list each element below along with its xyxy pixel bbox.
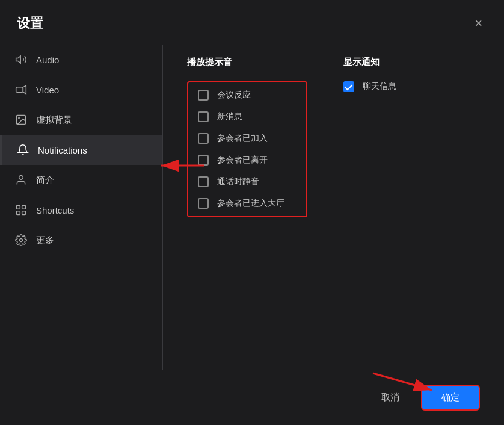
svg-marker-1 <box>23 85 26 93</box>
svg-point-4 <box>19 176 23 180</box>
sidebar-item-virtual-bg[interactable]: 虚拟背景 <box>0 105 162 135</box>
sidebar-label-profile: 简介 <box>36 175 54 186</box>
svg-point-3 <box>19 117 20 119</box>
checkbox-label-participant-joined: 参会者已加入 <box>217 133 268 144</box>
checkbox-meeting-reaction[interactable]: 会议反应 <box>198 90 297 101</box>
profile-icon <box>14 173 28 187</box>
bell-icon <box>16 143 29 157</box>
checkbox-label-meeting-reaction: 会议反应 <box>217 90 251 101</box>
svg-rect-7 <box>17 211 20 215</box>
checkbox-participant-left[interactable]: 参会者已离开 <box>198 155 297 166</box>
checkbox-muted[interactable]: 通话时静音 <box>198 176 297 187</box>
sidebar-item-notifications[interactable]: Notifications <box>0 135 162 165</box>
svg-point-9 <box>20 239 23 242</box>
sidebar-item-more[interactable]: 更多 <box>0 225 162 255</box>
checkbox-box-muted[interactable] <box>198 176 209 187</box>
dialog-header: 设置 × <box>0 0 504 40</box>
sidebar-label-virtual-bg: 虚拟背景 <box>36 114 72 126</box>
sidebar-label-more: 更多 <box>36 235 54 246</box>
sound-section: 播放提示音 会议反应 新消息 参会者已加入 <box>187 57 307 363</box>
checkbox-box-participant-joined[interactable] <box>198 133 209 144</box>
settings-dialog: 设置 × Audio Video 虚拟背景 <box>0 0 504 425</box>
confirm-button[interactable]: 确定 <box>421 385 480 411</box>
footer: 取消 确定 <box>0 375 504 425</box>
dialog-title: 设置 <box>17 14 43 33</box>
sidebar-item-shortcuts[interactable]: Shortcuts <box>0 195 162 225</box>
shortcuts-icon <box>14 203 28 217</box>
checkbox-box-new-message[interactable] <box>198 111 209 122</box>
close-button[interactable]: × <box>470 14 487 33</box>
checkbox-box-waiting-room[interactable] <box>198 198 209 209</box>
video-icon <box>14 83 28 96</box>
checkbox-label-new-message: 新消息 <box>217 111 242 122</box>
sidebar-label-notifications: Notifications <box>38 145 87 155</box>
checkbox-label-participant-left: 参会者已离开 <box>217 155 268 166</box>
checkbox-label-muted: 通话时静音 <box>217 176 259 187</box>
cancel-button[interactable]: 取消 <box>372 387 409 408</box>
checkbox-new-message[interactable]: 新消息 <box>198 111 297 122</box>
svg-rect-5 <box>17 206 20 209</box>
dialog-body: Audio Video 虚拟背景 Notifications <box>0 40 504 375</box>
audio-icon <box>14 53 28 66</box>
sidebar-label-shortcuts: Shortcuts <box>36 205 74 216</box>
checkbox-label-waiting-room: 参会者已进入大厅 <box>217 198 284 209</box>
sound-section-title: 播放提示音 <box>187 57 307 68</box>
notify-section-title: 显示通知 <box>343 57 396 68</box>
checkbox-chat-message[interactable]: 聊天信息 <box>343 81 396 92</box>
image-icon <box>14 113 28 126</box>
content-row: 播放提示音 会议反应 新消息 参会者已加入 <box>187 57 480 363</box>
sidebar-item-profile[interactable]: 简介 <box>0 165 162 195</box>
sidebar: Audio Video 虚拟背景 Notifications <box>0 40 162 375</box>
checkbox-box-meeting-reaction[interactable] <box>198 90 209 101</box>
checkbox-box-chat-message[interactable] <box>343 81 354 92</box>
sidebar-label-video: Video <box>36 85 59 95</box>
checkbox-waiting-room[interactable]: 参会者已进入大厅 <box>198 198 297 209</box>
svg-rect-6 <box>22 206 26 209</box>
checkbox-box-participant-left[interactable] <box>198 155 209 166</box>
checkbox-label-chat-message: 聊天信息 <box>363 81 396 92</box>
gear-icon <box>14 234 28 247</box>
main-content: 播放提示音 会议反应 新消息 参会者已加入 <box>163 40 504 375</box>
sidebar-item-video[interactable]: Video <box>0 75 162 105</box>
svg-rect-8 <box>22 211 26 215</box>
sound-checkbox-list: 会议反应 新消息 参会者已加入 参会者已离开 <box>187 81 307 217</box>
notify-section: 显示通知 聊天信息 <box>343 57 396 363</box>
sidebar-label-audio: Audio <box>36 55 59 65</box>
svg-rect-0 <box>16 87 23 92</box>
sidebar-item-audio[interactable]: Audio <box>0 45 162 75</box>
checkbox-participant-joined[interactable]: 参会者已加入 <box>198 133 297 144</box>
